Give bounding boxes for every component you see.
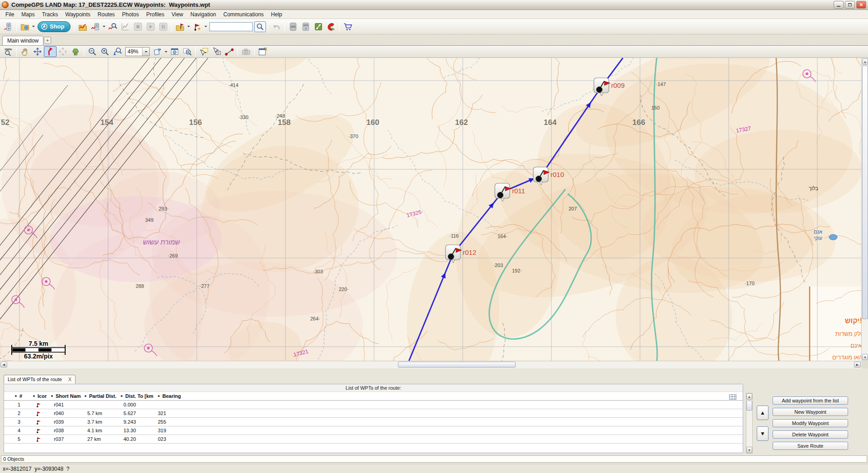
column-header-shortnam[interactable]: Short Nam (51, 393, 81, 399)
column-header-disttokm[interactable]: Dist. To [km (121, 393, 153, 399)
delete-waypoint-button[interactable]: Delete Waypoint (773, 430, 848, 439)
new-waypoint-dropdown[interactable] (204, 21, 208, 32)
tab-main-window[interactable]: Main window (2, 36, 43, 45)
measure-tool-button[interactable] (223, 46, 236, 57)
move-disabled-button[interactable] (57, 46, 69, 57)
search-button[interactable] (254, 21, 266, 32)
wpt-list-scrollbar[interactable]: ▲ ▼ (746, 393, 753, 454)
new-waypoint-button[interactable]: New Waypoint (773, 408, 848, 416)
menu-waypoints[interactable]: Waypoints (62, 10, 94, 19)
menu-maps[interactable]: Maps (18, 10, 38, 19)
play-icon (146, 22, 155, 31)
menu-routes[interactable]: Routes (94, 10, 119, 19)
graph-window-button[interactable] (119, 21, 132, 32)
search-input[interactable] (209, 22, 253, 31)
map-vertical-scrollbar[interactable]: ▲ ▼ (861, 58, 868, 361)
undo-button[interactable] (270, 21, 283, 32)
menu-photos[interactable]: Photos (119, 10, 142, 19)
menu-profiles[interactable]: Profiles (142, 10, 168, 19)
new-waypoint-tool-button[interactable] (191, 21, 204, 32)
map-horizontal-scrollbar[interactable]: ◀ ▶ (0, 361, 861, 368)
zoom-level-combo[interactable]: 49% (125, 47, 150, 56)
zoom-in-button[interactable] (99, 46, 111, 57)
menu-view[interactable]: View (168, 10, 187, 19)
scroll-right-button[interactable]: ▶ (854, 362, 861, 368)
scroll-up-button[interactable]: ▲ (862, 58, 868, 65)
open-track-from-device-button[interactable] (89, 21, 102, 32)
wpt-panel-tab[interactable]: List of WPTs of the route X (4, 375, 76, 384)
wpt-scroll-up-button[interactable]: ▲ (746, 393, 752, 400)
phone-connect-button[interactable] (325, 21, 337, 32)
vertical-scroll-thumb[interactable] (862, 66, 868, 319)
wpt-table-row[interactable]: 3r0393.7 km9.243255 (4, 418, 743, 426)
gps-secondary-button[interactable] (299, 21, 312, 32)
wpt-table-row[interactable]: 5r03727 km40.20023 (4, 435, 743, 444)
minimap-window-button[interactable] (168, 46, 181, 57)
zoom-combo-dropdown[interactable] (142, 48, 149, 56)
wpt-table-row[interactable]: 4r0384.1 km13.30319 (4, 426, 743, 435)
column-header-bearing[interactable]: Bearing (158, 393, 181, 399)
open-waypoints-dropdown[interactable] (186, 21, 191, 32)
zoom-100-button[interactable] (2, 46, 14, 57)
magnifier-window-button[interactable] (181, 46, 194, 57)
stop-icon (133, 22, 142, 31)
shop-button[interactable]: Shop (38, 21, 71, 32)
menu-tracks[interactable]: Tracks (38, 10, 62, 19)
move-waypoint-up-button[interactable]: ▲ (757, 406, 768, 420)
play-animation-button[interactable] (144, 21, 157, 32)
communication-options-button[interactable] (2, 21, 14, 32)
wpt-panel-close-icon[interactable]: X (68, 377, 71, 382)
column-header-partialdist[interactable]: Partial Dist. (85, 393, 117, 399)
menu-navigation[interactable]: Navigation (187, 10, 220, 19)
move-map-tool-button[interactable] (31, 46, 44, 57)
tooltip-info-tool-button[interactable] (198, 46, 210, 57)
column-header-#[interactable]: # (15, 393, 22, 399)
wpt-scroll-thumb[interactable] (746, 401, 752, 411)
add-tab-button[interactable]: + (44, 37, 51, 44)
open-map-button[interactable] (19, 21, 31, 32)
app-icon (2, 1, 9, 8)
map-canvas[interactable]: 52154156158160162164166·414·370·330·2482… (0, 58, 861, 361)
activesync-button[interactable] (312, 21, 325, 32)
stop-animation-button[interactable] (132, 21, 144, 32)
shop-cart-button[interactable] (342, 21, 354, 32)
newwin-icon (258, 47, 267, 56)
wpt-scroll-down-button[interactable]: ▼ (746, 447, 752, 453)
zoom-out-button[interactable] (86, 46, 99, 57)
toolbar-separator (16, 47, 17, 57)
pause-animation-button[interactable] (157, 21, 170, 32)
object-list-tool-button[interactable] (210, 46, 223, 57)
open-waypoints-button[interactable] (174, 21, 186, 32)
close-button[interactable]: ✕ (856, 1, 866, 9)
wpt-table-row[interactable]: 1r0410.000 (4, 401, 743, 409)
scroll-down-button[interactable]: ▼ (862, 354, 868, 360)
open-track-dropdown[interactable] (102, 21, 106, 32)
wpt-table-row[interactable]: 2r0405.7 km5.627321 (4, 409, 743, 418)
move-waypoint-down-button[interactable]: ▼ (757, 426, 768, 441)
menu-communications[interactable]: Communications (220, 10, 267, 19)
page-orientation-button[interactable] (151, 46, 164, 57)
menu-file[interactable]: File (2, 10, 18, 19)
screenshot-button[interactable] (240, 46, 252, 57)
search-track-button[interactable] (106, 21, 119, 32)
menu-help[interactable]: Help (267, 10, 286, 19)
open-map-dropdown[interactable] (31, 21, 36, 32)
save-route-button[interactable]: Save Route (773, 442, 848, 450)
view-3d-button[interactable] (69, 46, 82, 57)
horizontal-scroll-thumb[interactable] (398, 362, 516, 368)
select-tool-button[interactable] (44, 46, 57, 57)
add-waypoint-from-the-list-button[interactable]: Add waypoint from the list (773, 397, 848, 405)
scroll-left-button[interactable]: ◀ (0, 362, 7, 368)
table-grid-icon[interactable] (729, 394, 736, 400)
gps-connect-button[interactable] (287, 21, 299, 32)
pan-tool-button[interactable] (19, 46, 31, 57)
open-track-button[interactable] (76, 21, 89, 32)
zoom-previous-button[interactable] (111, 46, 124, 57)
column-header-icor[interactable]: Icor (33, 393, 47, 399)
modify-waypoint-button[interactable]: Modify Waypoint (773, 419, 848, 427)
waypoint-label-r009: r009 (611, 81, 625, 89)
restore-button[interactable] (845, 1, 855, 9)
new-window-button[interactable] (256, 46, 269, 57)
page-orientation-dropdown[interactable] (164, 46, 168, 57)
minimize-button[interactable] (834, 1, 844, 9)
